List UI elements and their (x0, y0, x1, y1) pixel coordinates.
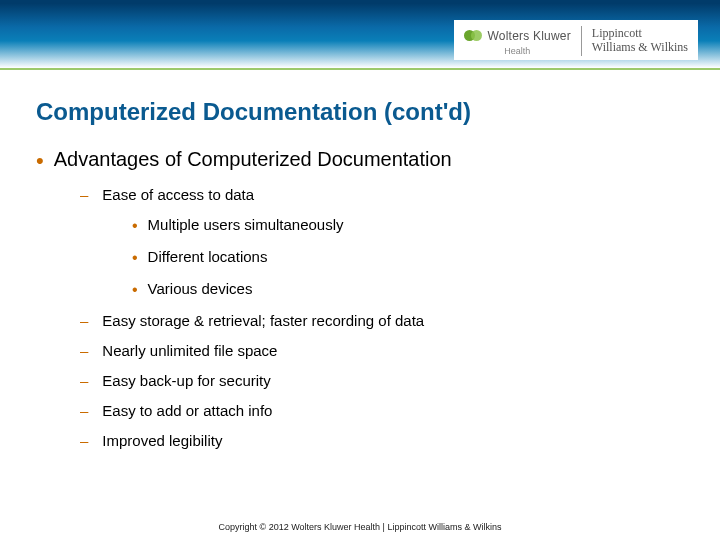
list-item: Easy to add or attach info (80, 402, 684, 419)
list-item: Easy storage & retrieval; faster recordi… (80, 312, 684, 329)
brand-wk-label: Wolters Kluwer (488, 29, 571, 43)
list-item: Easy back-up for security (80, 372, 684, 389)
bullet-main-text: Advantages of Computerized Documentation (54, 148, 452, 171)
list-item: Improved legibility (80, 432, 684, 449)
bullet-list-level3: Multiple users simultaneously Different … (36, 216, 684, 298)
bullet-list-level2: Ease of access to data (36, 186, 684, 203)
brand-lww-line1: Lippincott (592, 27, 688, 41)
wk-circles-icon (464, 27, 482, 45)
slide-content: Computerized Documentation (cont'd) Adva… (0, 70, 720, 449)
brand-logo-box: Wolters Kluwer Health Lippincott William… (454, 20, 698, 60)
bullet-text: Various devices (148, 280, 253, 297)
list-item: Multiple users simultaneously (132, 216, 684, 234)
list-item: Advantages of Computerized Documentation (36, 148, 684, 172)
brand-lippincott: Lippincott Williams & Wilkins (592, 27, 688, 55)
list-item: Ease of access to data (80, 186, 684, 203)
brand-lww-line2: Williams & Wilkins (592, 41, 688, 55)
bullet-text: Nearly unlimited file space (102, 342, 277, 359)
brand-wolters-kluwer: Wolters Kluwer Health (464, 27, 571, 56)
bullet-list-level2: Easy storage & retrieval; faster recordi… (36, 312, 684, 449)
copyright-footer: Copyright © 2012 Wolters Kluwer Health |… (0, 522, 720, 532)
bullet-text: Multiple users simultaneously (148, 216, 344, 233)
brand-divider (581, 26, 582, 56)
bullet-text: Different locations (148, 248, 268, 265)
bullet-list-level1: Advantages of Computerized Documentation (36, 148, 684, 172)
header-bar: Wolters Kluwer Health Lippincott William… (0, 0, 720, 68)
bullet-text: Easy storage & retrieval; faster recordi… (102, 312, 424, 329)
slide-title: Computerized Documentation (cont'd) (36, 98, 684, 126)
list-item: Different locations (132, 248, 684, 266)
bullet-text: Easy to add or attach info (102, 402, 272, 419)
brand-wk-sub: Health (504, 46, 530, 56)
bullet-text: Improved legibility (102, 432, 222, 449)
bullet-text: Easy back-up for security (102, 372, 270, 389)
list-item: Nearly unlimited file space (80, 342, 684, 359)
list-item: Various devices (132, 280, 684, 298)
bullet-text: Ease of access to data (102, 186, 254, 203)
